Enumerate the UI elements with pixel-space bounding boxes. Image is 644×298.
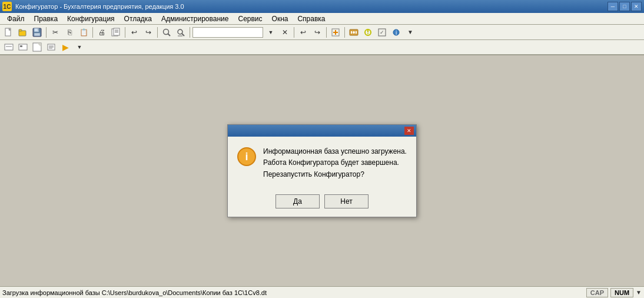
main-area: ✕ i Информационная база успешно загружен… — [0, 55, 644, 286]
dialog-overlay: ✕ i Информационная база успешно загружен… — [0, 55, 644, 286]
status-dropdown-arrow[interactable]: ▼ — [636, 289, 642, 296]
svg-rect-5 — [19, 29, 22, 31]
close-search-button[interactable]: ✕ — [278, 27, 291, 38]
restore-button[interactable]: □ — [619, 2, 630, 11]
svg-point-24 — [353, 31, 355, 34]
redo2-button[interactable]: ↪ — [311, 27, 324, 38]
menu-debug[interactable]: Отладка — [119, 14, 157, 24]
search-input-container — [192, 27, 263, 38]
menu-help[interactable]: Справка — [293, 14, 330, 24]
sep-5 — [190, 27, 190, 38]
svg-point-29 — [367, 33, 369, 34]
dialog-message-line1: Информационная база успешно загружена. — [263, 146, 407, 157]
dialog-info-icon: i — [237, 147, 256, 166]
svg-rect-37 — [20, 45, 22, 47]
close-button[interactable]: ✕ — [631, 2, 642, 11]
dialog-body: i Информационная база успешно загружена.… — [228, 137, 416, 190]
svg-line-18 — [182, 34, 184, 36]
tool2-button[interactable] — [361, 27, 374, 38]
menu-file[interactable]: Файл — [2, 14, 29, 24]
tb2-btn1[interactable] — [2, 41, 15, 53]
dialog-yes-button[interactable]: Да — [275, 194, 320, 208]
title-bar: 1C Конфигуратор - Бухгалтерия предприяти… — [0, 0, 644, 13]
menu-bar: Файл Правка Конфигурация Отладка Админис… — [0, 13, 644, 25]
minimize-button[interactable]: ─ — [608, 2, 618, 11]
title-bar-left: 1C Конфигуратор - Бухгалтерия предприяти… — [2, 2, 184, 11]
tool5-button[interactable]: ▼ — [404, 27, 417, 38]
sep-7 — [326, 27, 327, 38]
svg-rect-34 — [5, 44, 13, 50]
sep-1 — [46, 27, 47, 38]
menu-edit[interactable]: Правка — [29, 14, 63, 24]
copy-button[interactable]: ⎘ — [63, 27, 76, 38]
svg-line-16 — [168, 34, 170, 36]
dialog-buttons: Да Нет — [228, 190, 416, 217]
svg-text:✓: ✓ — [380, 29, 384, 35]
tool3-button[interactable]: ✓ — [376, 27, 389, 38]
menu-admin[interactable]: Администрирование — [157, 14, 233, 24]
cut-button[interactable]: ✂ — [49, 27, 62, 38]
window-controls: ─ □ ✕ — [608, 2, 642, 11]
tb2-btn2[interactable] — [16, 41, 29, 53]
dialog: ✕ i Информационная база успешно загружен… — [227, 124, 417, 217]
dialog-close-button[interactable]: ✕ — [404, 127, 414, 135]
sep-6 — [294, 27, 294, 38]
menu-service[interactable]: Сервис — [233, 14, 267, 24]
run-dropdown[interactable]: ▼ — [73, 41, 86, 53]
menu-config[interactable]: Конфигурация — [62, 14, 119, 24]
open-button[interactable] — [16, 27, 29, 38]
find-button[interactable] — [160, 27, 173, 38]
dialog-title-bar: ✕ — [228, 125, 416, 137]
find-in-files-button[interactable] — [174, 27, 187, 38]
window-title: Конфигуратор - Бухгалтерия предприятия, … — [15, 3, 184, 10]
tool4-button[interactable]: i — [390, 27, 403, 38]
svg-rect-11 — [114, 28, 119, 35]
run-button[interactable]: ▶ — [59, 41, 72, 53]
dialog-message: Информационная база успешно загружена. Р… — [263, 146, 407, 180]
undo-button[interactable]: ↩ — [128, 27, 141, 38]
svg-rect-9 — [34, 33, 40, 36]
svg-rect-25 — [351, 31, 352, 34]
redo-button[interactable]: ↪ — [142, 27, 155, 38]
status-indicators: CAP NUM ▼ — [586, 288, 642, 297]
dialog-no-button[interactable]: Нет — [324, 194, 369, 208]
dialog-message-line3: Перезапустить Конфигуратор? — [263, 169, 407, 180]
sep-4 — [157, 27, 158, 38]
paste-button[interactable]: 📋 — [77, 27, 90, 38]
sep-3 — [125, 27, 125, 38]
svg-rect-8 — [38, 28, 39, 31]
svg-rect-26 — [356, 31, 357, 34]
print-button[interactable]: 🖨 — [95, 27, 108, 38]
app-icon: 1C — [2, 2, 12, 11]
svg-text:i: i — [396, 29, 397, 36]
cap-indicator: CAP — [586, 288, 608, 297]
new-button[interactable] — [2, 27, 15, 38]
tool1-button[interactable] — [347, 27, 360, 38]
toolbar-1: ✂ ⎘ 📋 🖨 ↩ ↪ ▼ ✕ ↩ ↪ ✓ i ▼ — [0, 25, 644, 40]
status-text: Загрузка информационной базы C:\Users\bu… — [2, 289, 586, 296]
search-dropdown[interactable]: ▼ — [264, 27, 277, 38]
save-button[interactable] — [31, 27, 44, 38]
undo2-button[interactable]: ↩ — [297, 27, 310, 38]
tb2-btn4[interactable] — [45, 41, 58, 53]
print-preview-button[interactable] — [109, 27, 122, 38]
svg-point-17 — [178, 29, 182, 34]
num-indicator: NUM — [610, 288, 633, 297]
toolbar-2: ▶ ▼ — [0, 40, 644, 55]
sep-2 — [92, 27, 93, 38]
search-input[interactable] — [194, 29, 261, 36]
sep-8 — [344, 27, 345, 38]
tb2-btn3[interactable] — [31, 41, 44, 53]
dialog-message-line2: Работа Конфигуратора будет завершена. — [263, 157, 407, 168]
status-bar: Загрузка информационной базы C:\Users\bu… — [0, 286, 644, 298]
add-object-button[interactable] — [329, 27, 342, 38]
menu-windows[interactable]: Окна — [267, 14, 293, 24]
